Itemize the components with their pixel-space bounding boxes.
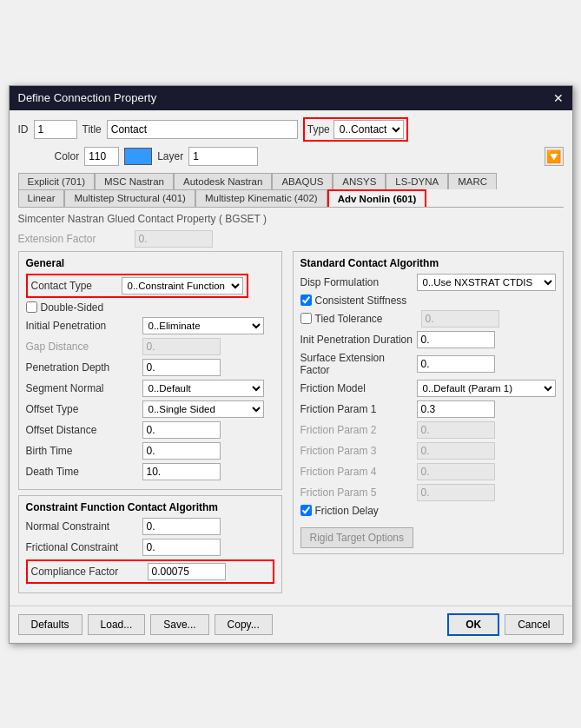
defaults-button[interactable]: Defaults xyxy=(18,614,83,635)
friction-delay-label: Friction Delay xyxy=(315,505,379,517)
init-penetration-input[interactable] xyxy=(417,331,495,348)
extension-factor-row: Extension Factor xyxy=(18,230,564,248)
tab-multistep-structural[interactable]: Multistep Structural (401) xyxy=(64,189,195,207)
cancel-button[interactable]: Cancel xyxy=(505,614,563,635)
dialog-body: ID Title Type 0..Contact Color Layer 🔽 xyxy=(10,110,572,606)
gap-distance-input[interactable] xyxy=(142,338,221,355)
disp-formulation-label: Disp Formulation xyxy=(300,276,413,288)
main-columns: General Contact Type 0..Constraint Funct… xyxy=(18,251,564,599)
type-wrapper: Type 0..Contact xyxy=(303,117,408,142)
frictional-constraint-input[interactable] xyxy=(142,539,221,556)
disp-formulation-select[interactable]: 0..Use NXSTRAT CTDIS xyxy=(417,274,556,291)
initial-penetration-label: Initial Penetration xyxy=(26,320,139,332)
title-label: Title xyxy=(83,123,102,136)
consistent-stiffness-row: Consistent Stiffness xyxy=(300,295,556,307)
segment-normal-row: Segment Normal 0..Default xyxy=(26,380,274,397)
tab-adv-nonlin[interactable]: Adv Nonlin (601) xyxy=(327,189,427,207)
friction-param4-row: Friction Param 4 xyxy=(300,463,556,480)
tab-autodesk-nastran[interactable]: Autodesk Nastran xyxy=(174,173,272,189)
offset-type-row: Offset Type 0..Single Sided xyxy=(26,400,274,418)
copy-button[interactable]: Copy... xyxy=(215,614,273,635)
color-input[interactable] xyxy=(84,147,119,166)
offset-type-select[interactable]: 0..Single Sided xyxy=(142,400,264,418)
compliance-factor-label: Compliance Factor xyxy=(31,566,144,578)
title-input[interactable] xyxy=(107,120,298,139)
tied-tolerance-row: Tied Tolerance xyxy=(300,310,556,328)
contact-type-select[interactable]: 0..Constraint Function xyxy=(122,277,243,295)
friction-param3-label: Friction Param 3 xyxy=(300,445,413,457)
load-button[interactable]: Load... xyxy=(88,614,146,635)
normal-constraint-row: Normal Constraint xyxy=(26,518,274,535)
close-button[interactable]: ✕ xyxy=(553,91,564,105)
layer-label: Layer xyxy=(157,150,183,162)
birth-time-input[interactable] xyxy=(142,442,221,460)
standard-contact-title: Standard Contact Algorithm xyxy=(300,257,556,269)
birth-time-row: Birth Time xyxy=(26,442,274,460)
right-column: Standard Contact Algorithm Disp Formulat… xyxy=(293,251,564,599)
friction-model-select[interactable]: 0..Default (Param 1) xyxy=(417,380,556,397)
friction-delay-checkbox[interactable] xyxy=(300,505,312,516)
save-button[interactable]: Save... xyxy=(150,614,208,635)
extension-factor-label: Extension Factor xyxy=(18,233,131,245)
friction-param1-row: Friction Param 1 xyxy=(300,400,556,418)
surface-extension-input[interactable] xyxy=(417,355,495,373)
friction-param4-label: Friction Param 4 xyxy=(300,466,413,478)
penetration-depth-row: Penetration Depth xyxy=(26,359,274,376)
friction-delay-row: Friction Delay xyxy=(300,505,556,517)
contact-type-row: Contact Type 0..Constraint Function xyxy=(26,274,248,298)
layer-input[interactable] xyxy=(188,147,258,166)
segment-normal-select[interactable]: 0..Default xyxy=(142,380,264,397)
segment-normal-label: Segment Normal xyxy=(26,382,139,394)
double-sided-row: Double-Sided xyxy=(26,301,274,314)
gap-distance-row: Gap Distance xyxy=(26,338,274,355)
friction-param3-input[interactable] xyxy=(417,442,495,460)
normal-constraint-input[interactable] xyxy=(142,518,221,535)
frictional-constraint-row: Frictional Constraint xyxy=(26,539,274,556)
friction-param4-input[interactable] xyxy=(417,463,495,480)
left-column: General Contact Type 0..Constraint Funct… xyxy=(18,251,282,599)
id-input[interactable] xyxy=(34,120,77,139)
type-select[interactable]: 0..Contact xyxy=(333,120,404,139)
tab-marc[interactable]: MARC xyxy=(448,173,497,189)
ok-button[interactable]: OK xyxy=(447,613,499,636)
tab-linear[interactable]: Linear xyxy=(18,189,65,207)
initial-penetration-row: Initial Penetration 0..Eliminate xyxy=(26,317,274,334)
friction-param1-input[interactable] xyxy=(417,400,495,418)
death-time-input[interactable] xyxy=(142,463,221,480)
frictional-constraint-label: Frictional Constraint xyxy=(26,541,139,553)
consistent-stiffness-checkbox[interactable] xyxy=(300,295,312,306)
double-sided-checkbox[interactable] xyxy=(26,301,37,313)
normal-constraint-label: Normal Constraint xyxy=(26,520,139,533)
tab-abaqus[interactable]: ABAQUS xyxy=(272,173,333,189)
bgset-label: Simcenter Nastran Glued Contact Property… xyxy=(18,213,564,225)
offset-distance-input[interactable] xyxy=(142,421,221,439)
color-swatch[interactable] xyxy=(124,148,152,165)
extension-factor-input[interactable] xyxy=(135,230,213,248)
tied-tolerance-checkbox[interactable] xyxy=(300,313,312,324)
rigid-target-button[interactable]: Rigid Target Options xyxy=(300,527,414,548)
tab-msc-nastran[interactable]: MSC Nastran xyxy=(95,173,174,189)
tab-multistep-kinematic[interactable]: Multistep Kinematic (402) xyxy=(195,189,327,207)
tab-ls-dyna[interactable]: LS-DYNA xyxy=(386,173,448,189)
initial-penetration-select[interactable]: 0..Eliminate xyxy=(142,317,264,334)
friction-param5-label: Friction Param 5 xyxy=(300,486,413,499)
tied-tolerance-input[interactable] xyxy=(421,310,499,328)
birth-time-label: Birth Time xyxy=(26,445,139,457)
friction-param2-input[interactable] xyxy=(417,421,495,439)
tab-ansys[interactable]: ANSYS xyxy=(333,173,386,189)
tab-explicit[interactable]: Explicit (701) xyxy=(18,173,95,189)
penetration-depth-input[interactable] xyxy=(142,359,221,376)
compliance-factor-row: Compliance Factor xyxy=(26,559,274,584)
filter-icon[interactable]: 🔽 xyxy=(545,147,564,166)
color-layer-row: Color Layer 🔽 xyxy=(18,147,564,166)
friction-model-label: Friction Model xyxy=(300,382,413,394)
offset-distance-row: Offset Distance xyxy=(26,421,274,439)
offset-distance-label: Offset Distance xyxy=(26,424,139,436)
general-section: General Contact Type 0..Constraint Funct… xyxy=(18,251,282,490)
tied-tolerance-label: Tied Tolerance xyxy=(315,313,418,325)
friction-param5-input[interactable] xyxy=(417,484,495,501)
tabs-row1: Explicit (701) MSC Nastran Autodesk Nast… xyxy=(18,173,564,189)
tabs-row2: Linear Multistep Structural (401) Multis… xyxy=(18,189,564,207)
friction-param2-label: Friction Param 2 xyxy=(300,424,413,436)
compliance-factor-input[interactable] xyxy=(148,563,226,580)
